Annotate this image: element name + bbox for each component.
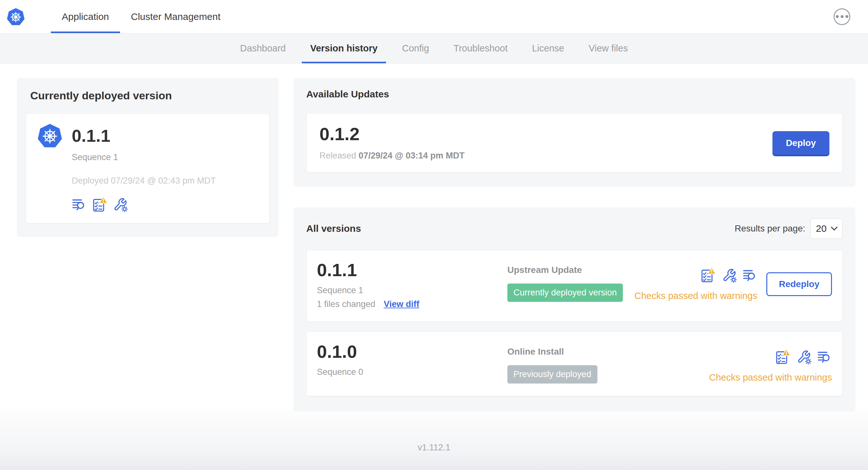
preflight-checks-warning-icon[interactable] xyxy=(92,196,108,212)
version-history-page: Application Cluster Management Dashboard… xyxy=(0,0,868,470)
chevron-down-icon xyxy=(831,226,838,231)
results-per-page-select[interactable]: 20 xyxy=(810,218,843,239)
source-label: Upstream Update xyxy=(507,265,634,275)
tab-cluster-management[interactable]: Cluster Management xyxy=(120,0,231,33)
all-versions-card: All versions Results per page: 20 0.1.1 xyxy=(293,207,856,411)
all-versions-header: All versions Results per page: 20 xyxy=(306,218,843,239)
tab-view-files[interactable]: View files xyxy=(577,33,640,63)
tab-dashboard[interactable]: Dashboard xyxy=(228,33,298,63)
console-version-label: v1.112.1 xyxy=(417,443,451,452)
preflight-checks-warning-icon[interactable] xyxy=(775,348,791,365)
results-per-page: Results per page: 20 xyxy=(735,218,843,239)
version-source: Online Install Previously deployed xyxy=(507,343,709,383)
tab-config[interactable]: Config xyxy=(390,33,441,63)
currently-deployed-title: Currently deployed version xyxy=(30,89,270,102)
tab-application[interactable]: Application xyxy=(51,0,120,33)
version-row-0-1-1: 0.1.1 Sequence 1 1 files changed View di… xyxy=(306,250,843,322)
config-icon[interactable] xyxy=(797,350,811,365)
top-tabs: Application Cluster Management xyxy=(51,0,231,33)
version-source: Upstream Update Currently deployed versi… xyxy=(507,261,634,302)
view-diff-link[interactable]: View diff xyxy=(384,299,420,309)
status-badge: Currently deployed version xyxy=(507,283,623,302)
version-actions: Checks passed with warnings Redeploy xyxy=(634,261,832,301)
checks-status-text: Checks passed with warnings xyxy=(709,372,832,383)
tab-version-history[interactable]: Version history xyxy=(298,33,390,63)
release-notes-icon[interactable] xyxy=(817,350,832,365)
version-action-icons xyxy=(775,348,832,365)
currently-deployed-card: Currently deployed version 0.1.1 Sequenc… xyxy=(17,78,279,237)
version-sequence: Sequence 1 xyxy=(317,286,507,296)
deployed-sequence-label: Sequence 1 xyxy=(72,153,258,162)
config-icon[interactable] xyxy=(722,268,737,283)
version-info: 0.1.1 Sequence 1 1 files changed View di… xyxy=(317,261,507,309)
main-content: Currently deployed version 0.1.1 Sequenc… xyxy=(0,63,868,425)
tab-troubleshoot[interactable]: Troubleshoot xyxy=(441,33,520,63)
kubernetes-app-logo xyxy=(37,122,63,149)
ellipsis-menu-button[interactable] xyxy=(834,8,850,25)
release-notes-icon[interactable] xyxy=(743,268,757,283)
version-row-0-1-0: 0.1.0 Sequence 0 Online Install Previous… xyxy=(306,331,843,396)
footer: v1.112.1 xyxy=(0,425,868,470)
deploy-button[interactable]: Deploy xyxy=(772,131,829,155)
right-column: Available Updates 0.1.2 Released 07/29/2… xyxy=(293,78,856,411)
results-per-page-label: Results per page: xyxy=(735,224,805,234)
update-version-number: 0.1.2 xyxy=(319,125,465,143)
version-actions: Checks passed with warnings xyxy=(709,343,832,383)
deployed-version-actions xyxy=(72,196,258,212)
top-navbar: Application Cluster Management xyxy=(0,0,868,33)
update-released-timestamp: Released 07/29/24 @ 03:14 pm MDT xyxy=(319,151,465,161)
version-sequence: Sequence 0 xyxy=(317,367,507,377)
source-label: Online Install xyxy=(507,346,709,357)
tab-license[interactable]: License xyxy=(520,33,577,63)
version-info: 0.1.0 Sequence 0 xyxy=(317,343,507,377)
ellipsis-menu-icon xyxy=(836,15,839,18)
config-icon[interactable] xyxy=(113,197,128,212)
kubernetes-logo xyxy=(6,7,25,27)
deployed-timestamp: Deployed 07/29/24 @ 02:43 pm MDT xyxy=(72,176,258,186)
app-subnav: Dashboard Version history Config Trouble… xyxy=(0,33,868,63)
version-action-icons xyxy=(700,267,757,283)
checks-status-text: Checks passed with warnings xyxy=(634,291,757,301)
preflight-checks-warning-icon[interactable] xyxy=(700,267,716,283)
redeploy-button[interactable]: Redeploy xyxy=(766,272,832,296)
version-number: 0.1.1 xyxy=(317,261,507,279)
status-badge: Previously deployed xyxy=(507,365,597,383)
left-column: Currently deployed version 0.1.1 Sequenc… xyxy=(17,78,279,237)
available-updates-card: Available Updates 0.1.2 Released 07/29/2… xyxy=(293,78,856,187)
release-notes-icon[interactable] xyxy=(72,197,87,212)
deployed-version-number: 0.1.1 xyxy=(72,127,258,144)
currently-deployed-version-card: 0.1.1 Sequence 1 Deployed 07/29/24 @ 02:… xyxy=(26,113,270,224)
available-updates-title: Available Updates xyxy=(306,89,843,100)
results-per-page-value: 20 xyxy=(816,223,827,234)
version-number: 0.1.0 xyxy=(317,343,507,361)
available-update-row: 0.1.2 Released 07/29/24 @ 03:14 pm MDT D… xyxy=(306,113,843,173)
files-changed-label: 1 files changed xyxy=(317,299,375,309)
all-versions-title: All versions xyxy=(306,223,361,234)
